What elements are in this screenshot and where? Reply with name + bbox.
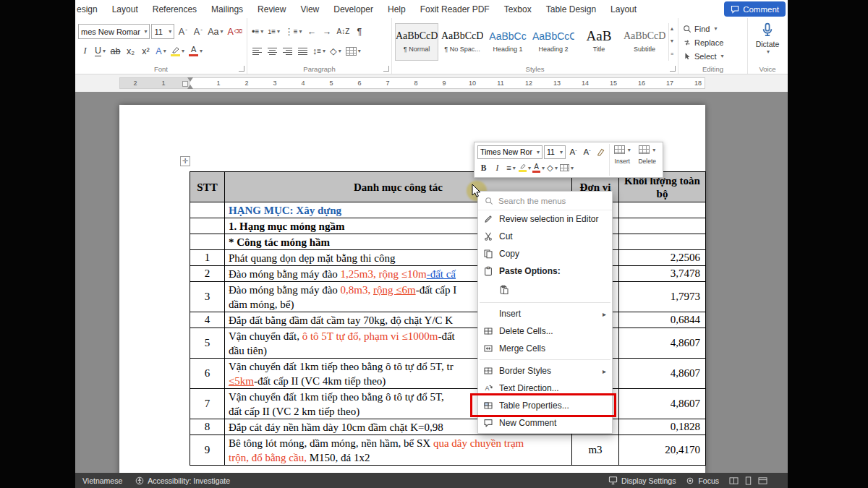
ribbon-tab[interactable]: Review <box>258 4 286 14</box>
clear-formatting-button[interactable]: A⌫ <box>226 24 244 40</box>
read-mode-icon[interactable] <box>729 476 739 485</box>
menu-item-border-styles[interactable]: Border Styles▸ <box>478 362 612 380</box>
comment-button[interactable]: Comment <box>724 1 786 17</box>
styles-gallery-scrollbar[interactable]: ▲▼≡ <box>668 23 675 61</box>
web-layout-icon[interactable] <box>758 476 767 485</box>
mini-shading-button[interactable]: ◇▾ <box>546 161 558 175</box>
font-name-combo[interactable]: mes New Romar▾ <box>78 24 150 39</box>
menu-item-merge-cells[interactable]: Merge Cells <box>478 340 612 357</box>
italic-button[interactable]: I <box>78 43 92 59</box>
find-button[interactable]: Find▾ <box>681 22 744 35</box>
mini-grow-font-button[interactable]: Aˆ <box>567 145 579 159</box>
table-row[interactable]: 1Phát quang dọn dẹp mặt bằng thi công2,2… <box>190 250 706 266</box>
first-line-indent-marker[interactable] <box>187 77 193 82</box>
underline-button[interactable]: U▾ <box>93 43 107 59</box>
menu-item-cut[interactable]: Cut <box>478 228 612 245</box>
table-row[interactable]: 8Đắp cát đáy nền hầm dày 10cm đầm chặt K… <box>190 419 706 435</box>
dictate-label[interactable]: Dictate <box>756 40 780 48</box>
ribbon-tab[interactable]: Foxit Reader PDF <box>420 4 490 14</box>
mini-font-color-button[interactable]: A▾ <box>532 161 545 175</box>
focus-button[interactable]: Focus <box>686 476 719 485</box>
mini-shrink-font-button[interactable]: Aˇ <box>581 145 593 159</box>
align-left-button[interactable] <box>250 43 264 59</box>
multilevel-list-button[interactable]: ⋮≡▾ <box>283 24 303 40</box>
scroll-down-icon[interactable]: ▼ <box>669 35 675 48</box>
grow-font-button[interactable]: Aˆ <box>176 24 190 40</box>
mini-borders-button[interactable]: ▾ <box>560 161 574 175</box>
dialog-launcher-icon[interactable] <box>383 66 389 72</box>
mini-list-button[interactable]: ≡▾ <box>505 161 517 175</box>
align-right-button[interactable] <box>281 43 294 59</box>
style-gallery-item[interactable]: AaBbCcDd¶ Normal <box>395 23 438 61</box>
dictate-microphone-icon[interactable] <box>760 22 775 39</box>
ribbon-tab[interactable]: Texbox <box>504 4 532 14</box>
style-gallery-item[interactable]: AaBbCcHeading 1 <box>486 23 529 61</box>
text-effects-button[interactable]: A▾ <box>154 43 168 59</box>
dialog-launcher-icon[interactable] <box>239 66 244 72</box>
font-color-button[interactable]: A▾ <box>187 43 204 59</box>
table-row[interactable]: 4Đắp đất bằng đầm đất cầm tay 70kg, độ c… <box>190 312 706 328</box>
ribbon-tab[interactable]: Table Design <box>546 4 596 14</box>
scroll-up-icon[interactable]: ▲ <box>669 23 675 35</box>
menu-item-paste-keep-source[interactable] <box>478 280 612 300</box>
mini-delete-cells-button[interactable]: ▾ Delete <box>635 144 660 176</box>
change-case-button[interactable]: Aa▾ <box>206 24 224 40</box>
highlight-button[interactable]: ▾ <box>169 43 186 59</box>
ribbon-tab[interactable]: Mailings <box>211 4 243 14</box>
shading-button[interactable]: ◇▾ <box>328 43 343 59</box>
table-row[interactable]: HẠNG MỤC: Xây dựng <box>190 202 706 218</box>
language-indicator[interactable]: Vietnamese <box>82 476 122 485</box>
sort-button[interactable]: A↕Z <box>335 24 351 40</box>
table-row[interactable]: 6Vận chuyển đất 1km tiếp theo bằng ô tô … <box>190 359 706 389</box>
strikethrough-button[interactable]: ab <box>109 43 122 59</box>
decrease-indent-button[interactable]: ← <box>305 24 318 40</box>
ribbon-tab[interactable]: References <box>153 4 197 14</box>
mini-bold-button[interactable]: B <box>477 161 490 175</box>
mini-italic-button[interactable]: I <box>491 161 503 175</box>
left-indent-marker[interactable] <box>187 85 193 89</box>
line-spacing-button[interactable]: ↕≡▾ <box>311 43 327 59</box>
style-gallery-item[interactable]: AaBbCcDd¶ No Spac... <box>441 23 484 61</box>
table-row[interactable]: 7Vận chuyển đất 1km tiếp theo bằng ô tô … <box>190 389 706 419</box>
mini-highlight-button[interactable]: ▾ <box>519 161 531 175</box>
accessibility-status[interactable]: Accessibility: Investigate <box>135 476 230 485</box>
table-move-handle[interactable]: ✛ <box>180 156 190 166</box>
display-settings-button[interactable]: Display Settings <box>608 476 676 485</box>
menu-search-box[interactable]: Search the menus <box>478 192 612 210</box>
mini-font-name-combo[interactable]: Times New Ror▾ <box>477 145 542 159</box>
bullets-button[interactable]: •≡▾ <box>250 24 265 40</box>
format-painter-icon[interactable] <box>595 145 607 159</box>
select-button[interactable]: Select▾ <box>681 49 744 63</box>
doc-table[interactable]: STT Danh mục công tác Đơn vị Khối lượng … <box>190 171 706 466</box>
table-row[interactable]: 5Vận chuyển đất, ô tô 5T tự đổ, phạm vi … <box>190 328 706 359</box>
ruler[interactable]: 21123456789101112131415161718 <box>75 74 788 92</box>
ribbon-tab[interactable]: View <box>300 4 319 14</box>
ribbon-tab[interactable]: Help <box>388 4 406 14</box>
style-gallery-item[interactable]: AaBTitle <box>577 23 621 61</box>
superscript-button[interactable]: x² <box>139 43 153 59</box>
ribbon-tab[interactable]: Developer <box>333 4 373 14</box>
style-gallery-item[interactable]: AaBbCcDdSubtitle <box>623 23 666 61</box>
gallery-expand-icon[interactable]: ≡ <box>669 48 675 61</box>
dialog-launcher-icon[interactable] <box>670 66 676 72</box>
table-row[interactable]: * Công tác móng hầm <box>190 234 706 250</box>
align-center-button[interactable] <box>265 43 279 59</box>
font-size-combo[interactable]: 11▾ <box>151 24 174 39</box>
replace-button[interactable]: Replace <box>681 35 744 49</box>
style-gallery-item[interactable]: AaBbCcCHeading 2 <box>532 23 575 61</box>
menu-item-insert[interactable]: Insert▸ <box>478 305 612 322</box>
table-row[interactable]: 3Đào móng bằng máy đào 0,8m3, rộng ≤6m-đ… <box>190 282 706 312</box>
menu-item-delete-cells[interactable]: Delete Cells... <box>478 322 612 340</box>
mini-font-size-combo[interactable]: 11▾ <box>544 145 566 159</box>
numbering-button[interactable]: 1≡▾ <box>266 24 281 40</box>
menu-item-copy[interactable]: Copy <box>478 245 612 262</box>
table-row[interactable]: 9Bê tông lót móng, dầm móng, nền hầm, bể… <box>190 435 706 466</box>
increase-indent-button[interactable]: → <box>320 24 333 40</box>
ribbon-tab[interactable]: Layout <box>610 4 637 14</box>
ribbon-tab[interactable]: Layout <box>112 4 138 14</box>
menu-item-review-selection[interactable]: Review selection in Editor <box>478 210 612 228</box>
print-layout-icon[interactable] <box>744 476 753 485</box>
justify-button[interactable] <box>296 43 310 59</box>
mini-insert-cells-button[interactable]: ▾ Insert <box>610 144 635 176</box>
subscript-button[interactable]: x₂ <box>124 43 137 59</box>
